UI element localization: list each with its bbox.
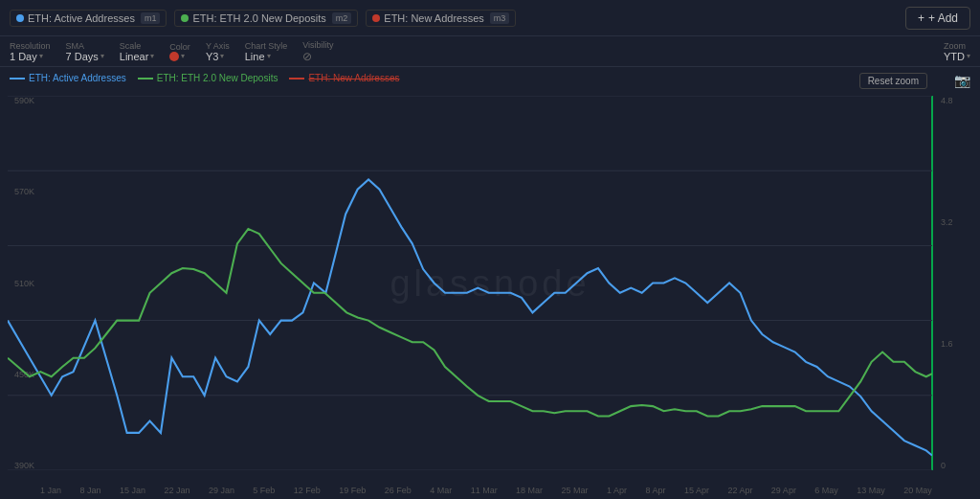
visibility-icon[interactable]: ⊘ <box>302 50 312 63</box>
legend-dot-1 <box>16 14 24 22</box>
legend-item-new-addresses[interactable]: ETH: New Addresses m3 <box>366 10 516 27</box>
y-axis-value[interactable]: Y3 ▾ <box>206 51 224 62</box>
x-label-18mar: 18 Mar <box>516 486 543 495</box>
chart-area: ETH: Active Addresses ETH: ETH 2.0 New D… <box>0 67 980 499</box>
color-chevron: ▾ <box>181 52 185 60</box>
add-button[interactable]: + + Add <box>905 7 970 30</box>
y-axis-control[interactable]: Y Axis Y3 ▾ <box>206 41 230 62</box>
x-label-15jan: 15 Jan <box>120 486 145 495</box>
resolution-control[interactable]: Resolution 1 Day ▾ <box>10 41 51 62</box>
chart-legend-line-2 <box>138 78 153 79</box>
controls-bar: Resolution 1 Day ▾ SMA 7 Days ▾ Scale Li… <box>0 36 980 67</box>
chart-legend-line-3 <box>289 78 304 79</box>
x-label-25mar: 25 Mar <box>562 486 589 495</box>
top-bar: ETH: Active Addresses m1 ETH: ETH 2.0 Ne… <box>0 0 980 36</box>
scale-label: Scale <box>120 41 142 51</box>
visibility-label: Visibility <box>302 40 333 50</box>
y-axis-chevron: ▾ <box>220 52 224 60</box>
chart-legend-line-1 <box>10 78 25 79</box>
x-label-8jan: 8 Jan <box>79 486 100 495</box>
sma-chevron: ▾ <box>100 52 104 60</box>
x-label-20may: 20 May <box>903 486 932 495</box>
visibility-control[interactable]: Visibility ⊘ <box>302 40 333 63</box>
sma-value[interactable]: 7 Days ▾ <box>66 51 104 62</box>
chart-inner <box>8 96 932 470</box>
chart-svg <box>8 96 932 470</box>
sma-control[interactable]: SMA 7 Days ▾ <box>66 41 104 62</box>
legend-badge-3: m3 <box>490 12 510 24</box>
x-label-19feb: 19 Feb <box>339 486 366 495</box>
x-label-1apr: 1 Apr <box>607 486 627 495</box>
x-axis: 1 Jan 8 Jan 15 Jan 22 Jan 29 Jan 5 Feb 1… <box>40 486 932 495</box>
scale-control[interactable]: Scale Linear ▾ <box>120 41 155 62</box>
resolution-chevron: ▾ <box>39 52 43 60</box>
resolution-value[interactable]: 1 Day ▾ <box>10 51 43 62</box>
x-label-13may: 13 May <box>857 486 885 495</box>
chart-legend-label-1: ETH: Active Addresses <box>29 73 126 83</box>
legend-badge-2: m2 <box>332 12 352 24</box>
camera-icon[interactable]: 📷 <box>954 73 970 88</box>
zoom-control[interactable]: Zoom YTD ▾ <box>944 41 970 62</box>
chart-legend-item-2: ETH: ETH 2.0 New Deposits <box>138 73 278 83</box>
resolution-label: Resolution <box>10 41 51 51</box>
plus-icon: + <box>918 11 924 25</box>
x-label-29apr: 29 Apr <box>771 486 796 495</box>
green-line <box>8 229 932 417</box>
add-button-label: + Add <box>928 11 958 25</box>
scale-chevron: ▾ <box>150 52 154 60</box>
chart-style-control[interactable]: Chart Style Line ▾ <box>245 41 288 62</box>
chart-legend-label-3: ETH: New Addresses <box>308 73 399 83</box>
y-axis-right: 4.8 3.2 1.6 0 <box>937 96 980 470</box>
legend-label-3: ETH: New Addresses <box>384 12 484 24</box>
x-label-6may: 6 May <box>814 486 838 495</box>
x-label-15apr: 15 Apr <box>684 486 709 495</box>
chart-style-chevron: ▾ <box>267 52 271 60</box>
color-control[interactable]: Color ▾ <box>169 42 190 61</box>
chart-legend-item-1: ETH: Active Addresses <box>10 73 126 83</box>
legend-label-2: ETH: ETH 2.0 New Deposits <box>192 12 325 24</box>
x-label-22apr: 22 Apr <box>727 486 752 495</box>
x-label-26feb: 26 Feb <box>385 486 412 495</box>
y-right-label-32: 3.2 <box>941 217 953 227</box>
color-label: Color <box>169 42 190 52</box>
x-label-12feb: 12 Feb <box>294 486 321 495</box>
scale-value[interactable]: Linear ▾ <box>120 51 155 62</box>
legend-label-1: ETH: Active Addresses <box>28 12 135 24</box>
legend-dot-3 <box>372 14 380 22</box>
x-label-11mar: 11 Mar <box>471 486 498 495</box>
zoom-value[interactable]: YTD ▾ <box>944 51 970 62</box>
color-dot <box>169 52 179 61</box>
chart-legend-item-3: ETH: New Addresses <box>289 73 399 83</box>
zoom-label: Zoom <box>944 41 966 51</box>
color-value[interactable]: ▾ <box>169 52 185 61</box>
x-label-5feb: 5 Feb <box>253 486 275 495</box>
legend-item-active-addresses[interactable]: ETH: Active Addresses m1 <box>10 10 167 27</box>
sma-label: SMA <box>66 41 85 51</box>
y-right-label-0: 0 <box>941 461 946 470</box>
legend-item-new-deposits[interactable]: ETH: ETH 2.0 New Deposits m2 <box>174 10 358 27</box>
y-axis-label: Y Axis <box>206 41 230 51</box>
chart-style-label: Chart Style <box>245 41 288 51</box>
x-label-8apr: 8 Apr <box>645 486 665 495</box>
x-label-1jan: 1 Jan <box>40 486 61 495</box>
legend-dot-2 <box>181 14 189 22</box>
y-right-label-16: 1.6 <box>941 339 953 349</box>
y-right-label-48: 4.8 <box>941 96 953 105</box>
chart-legend: ETH: Active Addresses ETH: ETH 2.0 New D… <box>10 73 399 83</box>
zoom-chevron: ▾ <box>967 52 970 60</box>
x-label-4mar: 4 Mar <box>430 486 452 495</box>
legend-badge-1: m1 <box>141 12 161 24</box>
x-label-22jan: 22 Jan <box>164 486 189 495</box>
chart-legend-label-2: ETH: ETH 2.0 New Deposits <box>157 73 278 83</box>
reset-zoom-button[interactable]: Reset zoom <box>859 73 927 89</box>
blue-line <box>8 179 932 455</box>
x-label-29jan: 29 Jan <box>209 486 234 495</box>
chart-style-value[interactable]: Line ▾ <box>245 51 271 62</box>
